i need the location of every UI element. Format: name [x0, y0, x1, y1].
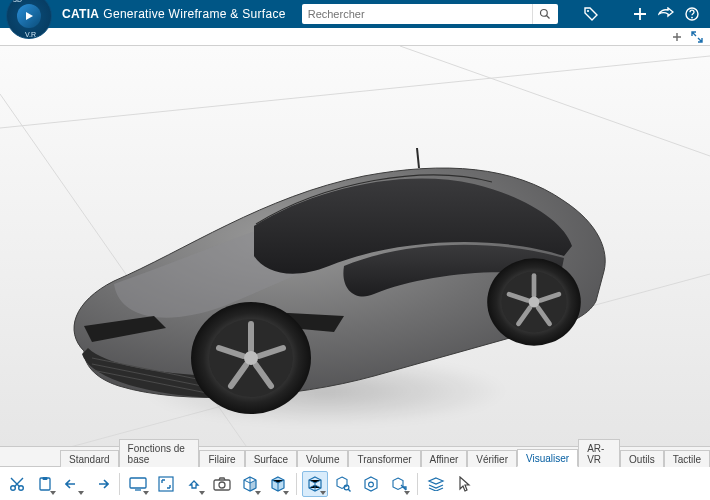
cube-icon	[270, 476, 286, 492]
recenter-icon	[186, 476, 202, 492]
tag-icon	[583, 6, 599, 22]
svg-point-0	[541, 10, 548, 17]
fitall-icon	[158, 476, 174, 492]
layers-icon	[427, 477, 445, 491]
tab-tactile[interactable]: Tactile	[664, 450, 710, 467]
monitor-icon	[129, 477, 147, 491]
search-bar	[302, 4, 572, 24]
search-input[interactable]	[302, 4, 532, 24]
app-module-name: Generative Wireframe & Surface	[103, 7, 285, 21]
magbox-icon	[335, 476, 351, 492]
cut-button[interactable]	[4, 471, 30, 497]
plus-icon	[633, 7, 647, 21]
cube-view-button[interactable]	[265, 471, 291, 497]
sub-header	[0, 28, 710, 46]
svg-line-28	[417, 148, 419, 168]
tab-arvr[interactable]: AR-VR	[578, 439, 620, 467]
arrowbox-icon	[391, 476, 407, 492]
capture-button[interactable]	[209, 471, 235, 497]
expand-icon	[691, 31, 703, 43]
tab-wireframe[interactable]: Filaire	[199, 450, 244, 467]
toolbar-separator	[296, 473, 297, 495]
app-header: 3D V.R CATIAGenerative Wireframe & Surfa…	[0, 0, 710, 28]
car-model[interactable]	[44, 106, 624, 436]
svg-point-40	[369, 482, 374, 487]
search-icon	[539, 8, 551, 20]
svg-point-27	[529, 297, 540, 308]
search-button[interactable]	[532, 4, 558, 24]
share-button[interactable]	[658, 6, 674, 22]
play-icon[interactable]	[17, 4, 41, 28]
svg-point-4	[691, 17, 693, 19]
paste-button[interactable]	[32, 471, 58, 497]
add-button[interactable]	[632, 6, 648, 22]
toolbar-separator	[417, 473, 418, 495]
arrow-box-button[interactable]	[386, 471, 412, 497]
tab-transform[interactable]: Transformer	[348, 450, 420, 467]
shading-icon	[242, 476, 258, 492]
command-tabs: Standard Fonctions de base Filaire Surfa…	[0, 446, 710, 466]
isobox-icon	[363, 476, 379, 492]
tab-view[interactable]: Visualiser	[517, 449, 578, 467]
header-actions	[632, 6, 704, 22]
scissors-icon	[9, 476, 25, 492]
app-title: CATIAGenerative Wireframe & Surface	[62, 7, 286, 21]
wirebox-button[interactable]	[302, 471, 328, 497]
help-button[interactable]	[684, 6, 700, 22]
fit-all-button[interactable]	[153, 471, 179, 497]
bottom-toolbar	[0, 466, 710, 500]
display-mode-button[interactable]	[237, 471, 263, 497]
expand-button[interactable]	[690, 30, 704, 44]
help-icon	[685, 7, 699, 21]
view-mode-button[interactable]	[125, 471, 151, 497]
compass-3d-label: 3D	[13, 0, 22, 3]
undo-icon	[65, 477, 81, 491]
svg-line-39	[348, 489, 350, 491]
iso-box-button[interactable]	[358, 471, 384, 497]
svg-rect-32	[43, 477, 48, 480]
svg-point-2	[587, 10, 589, 12]
tab-volume[interactable]: Volume	[297, 450, 348, 467]
3d-viewport[interactable]	[0, 46, 710, 446]
compass-vr-label: V.R	[25, 31, 36, 38]
svg-line-1	[547, 16, 550, 19]
add-small-button[interactable]	[670, 30, 684, 44]
tab-check[interactable]: Vérifier	[467, 450, 517, 467]
camera-icon	[213, 477, 231, 491]
wirebox-icon	[307, 476, 323, 492]
pointer-button[interactable]	[451, 471, 477, 497]
redo-icon	[93, 477, 109, 491]
clipboard-icon	[37, 476, 53, 492]
share-icon	[658, 7, 674, 21]
tab-surface[interactable]: Surface	[245, 450, 297, 467]
toolbar-separator	[119, 473, 120, 495]
redo-button[interactable]	[88, 471, 114, 497]
pointer-icon	[457, 476, 471, 492]
magnify-box-button[interactable]	[330, 471, 356, 497]
tab-tools[interactable]: Outils	[620, 450, 664, 467]
plus-small-icon	[672, 32, 682, 42]
compass-widget[interactable]: 3D V.R	[6, 0, 52, 33]
tag-button[interactable]	[580, 6, 602, 22]
app-brand-name: CATIA	[62, 7, 99, 21]
tab-basics[interactable]: Fonctions de base	[119, 439, 200, 467]
layers-button[interactable]	[423, 471, 449, 497]
tab-standard[interactable]: Standard	[60, 450, 119, 467]
svg-rect-35	[159, 477, 173, 491]
tab-refine[interactable]: Affiner	[421, 450, 468, 467]
recenter-button[interactable]	[181, 471, 207, 497]
svg-point-19	[244, 351, 258, 365]
undo-button[interactable]	[60, 471, 86, 497]
svg-point-37	[219, 482, 225, 488]
svg-rect-33	[130, 478, 146, 488]
